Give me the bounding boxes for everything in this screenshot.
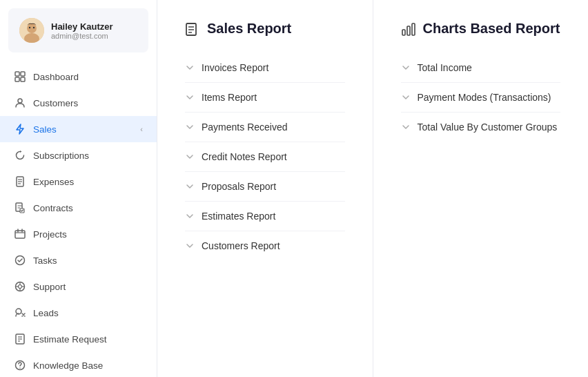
chevron-down-icon bbox=[185, 93, 195, 102]
grid-icon bbox=[14, 70, 26, 83]
support-icon bbox=[14, 280, 26, 293]
sidebar-item-customers[interactable]: Customers bbox=[0, 90, 157, 116]
sidebar-item-label: Support bbox=[33, 282, 66, 292]
svg-point-1 bbox=[27, 23, 37, 33]
user-email: admin@test.com bbox=[51, 32, 113, 40]
charts-report-icon bbox=[401, 21, 416, 37]
user-name: Hailey Kautzer bbox=[51, 21, 113, 32]
chevron-left-icon: ‹ bbox=[140, 125, 143, 133]
chevron-down-icon bbox=[185, 241, 195, 251]
chart-item-total-income[interactable]: Total Income bbox=[401, 53, 561, 83]
chevron-down-icon bbox=[185, 122, 195, 132]
chevron-down-icon bbox=[185, 63, 195, 72]
chart-item-total-value[interactable]: Total Value By Customer Groups bbox=[401, 113, 561, 142]
chevron-down-icon bbox=[185, 152, 195, 162]
user-info: Hailey Kautzer admin@test.com bbox=[51, 21, 113, 40]
sidebar-item-label: Knowledge Base bbox=[33, 360, 103, 371]
chevron-down-icon bbox=[401, 63, 411, 72]
svg-rect-8 bbox=[21, 77, 25, 81]
svg-point-4 bbox=[33, 27, 35, 28]
report-item-payments[interactable]: Payments Received bbox=[185, 113, 345, 142]
report-item-label: Estimates Report bbox=[202, 211, 275, 222]
charts-report-section: Charts Based Report Total Income Payment… bbox=[373, 0, 589, 377]
chevron-down-icon bbox=[185, 182, 195, 191]
sales-report-icon bbox=[185, 21, 200, 37]
sidebar-item-leads[interactable]: Leads bbox=[0, 300, 157, 326]
sidebar-item-label: Estimate Request bbox=[33, 334, 107, 345]
chevron-down-icon bbox=[185, 211, 195, 221]
sidebar-item-label: Expenses bbox=[33, 177, 74, 187]
svg-point-9 bbox=[18, 99, 22, 103]
report-item-estimates[interactable]: Estimates Report bbox=[185, 202, 345, 231]
report-item-label: Invoices Report bbox=[202, 62, 268, 73]
chart-item-label: Payment Modes (Transactions) bbox=[418, 92, 551, 103]
svg-rect-37 bbox=[412, 23, 415, 35]
svg-point-3 bbox=[29, 27, 30, 28]
sidebar-item-label: Projects bbox=[33, 229, 67, 240]
report-item-label: Credit Notes Report bbox=[202, 151, 287, 162]
report-item-credit-notes[interactable]: Credit Notes Report bbox=[185, 142, 345, 172]
sidebar-item-label: Sales bbox=[33, 124, 57, 135]
svg-rect-6 bbox=[21, 72, 25, 76]
svg-rect-35 bbox=[402, 30, 405, 35]
person-icon bbox=[14, 97, 26, 109]
sidebar-item-support[interactable]: Support bbox=[0, 273, 157, 300]
report-item-customers[interactable]: Customers Report bbox=[185, 231, 345, 260]
chart-item-label: Total Value By Customer Groups bbox=[418, 122, 558, 133]
svg-rect-7 bbox=[15, 77, 19, 81]
chart-item-payment-modes[interactable]: Payment Modes (Transactions) bbox=[401, 83, 561, 113]
sidebar-item-label: Tasks bbox=[33, 255, 57, 266]
nav-list: Dashboard Customers Sales ‹ bbox=[0, 61, 157, 377]
sales-report-title-text: Sales Report bbox=[207, 21, 291, 37]
sidebar-item-subscriptions[interactable]: Subscriptions bbox=[0, 142, 157, 168]
sidebar-item-dashboard[interactable]: Dashboard bbox=[0, 64, 157, 90]
sidebar-item-knowledge-base[interactable]: Knowledge Base bbox=[0, 352, 157, 377]
sidebar-item-label: Subscriptions bbox=[33, 151, 89, 161]
sidebar-item-projects[interactable]: Projects bbox=[0, 221, 157, 247]
user-profile[interactable]: Hailey Kautzer admin@test.com bbox=[8, 8, 148, 52]
charts-report-title: Charts Based Report bbox=[401, 21, 561, 37]
avatar bbox=[19, 18, 44, 43]
sales-report-list: Invoices Report Items Report Payments Re… bbox=[185, 53, 345, 260]
contracts-icon bbox=[14, 202, 26, 214]
charts-report-title-text: Charts Based Report bbox=[423, 21, 560, 37]
svg-rect-16 bbox=[15, 231, 25, 238]
svg-point-19 bbox=[19, 285, 22, 289]
sidebar-item-tasks[interactable]: Tasks bbox=[0, 247, 157, 273]
sidebar-item-contracts[interactable]: Contracts bbox=[0, 195, 157, 221]
report-item-proposals[interactable]: Proposals Report bbox=[185, 172, 345, 202]
document-icon bbox=[14, 175, 26, 188]
svg-point-30 bbox=[19, 367, 21, 369]
check-circle-icon bbox=[14, 254, 26, 267]
sidebar-item-label: Customers bbox=[33, 98, 78, 108]
sidebar-item-expenses[interactable]: Expenses bbox=[0, 168, 157, 195]
sidebar-item-label: Dashboard bbox=[33, 72, 79, 82]
report-item-label: Payments Received bbox=[202, 122, 288, 133]
report-item-invoices[interactable]: Invoices Report bbox=[185, 53, 345, 83]
sales-report-title: Sales Report bbox=[185, 21, 345, 37]
report-item-label: Proposals Report bbox=[202, 181, 276, 192]
projects-icon bbox=[14, 228, 26, 240]
report-item-label: Customers Report bbox=[202, 240, 280, 251]
sidebar-item-label: Leads bbox=[33, 308, 59, 318]
help-icon bbox=[14, 359, 26, 371]
svg-rect-36 bbox=[407, 26, 410, 35]
leads-icon bbox=[14, 307, 26, 319]
chart-item-label: Total Income bbox=[418, 62, 472, 73]
estimate-icon bbox=[14, 333, 26, 345]
sidebar-item-estimate-request[interactable]: Estimate Request bbox=[0, 326, 157, 352]
sales-report-section: Sales Report Invoices Report Items Repor… bbox=[157, 0, 373, 377]
chevron-down-icon bbox=[401, 122, 411, 132]
sidebar-item-label: Contracts bbox=[33, 203, 73, 213]
lightning-icon bbox=[14, 123, 26, 135]
refresh-icon bbox=[14, 149, 26, 162]
chevron-down-icon bbox=[401, 93, 411, 102]
report-item-label: Items Report bbox=[202, 92, 257, 103]
main-content: Sales Report Invoices Report Items Repor… bbox=[157, 0, 588, 377]
svg-rect-5 bbox=[15, 72, 19, 76]
sidebar-item-sales[interactable]: Sales ‹ bbox=[0, 116, 157, 142]
sidebar: Hailey Kautzer admin@test.com Dashboard bbox=[0, 0, 157, 377]
report-item-items[interactable]: Items Report bbox=[185, 83, 345, 113]
charts-report-list: Total Income Payment Modes (Transactions… bbox=[401, 53, 561, 142]
